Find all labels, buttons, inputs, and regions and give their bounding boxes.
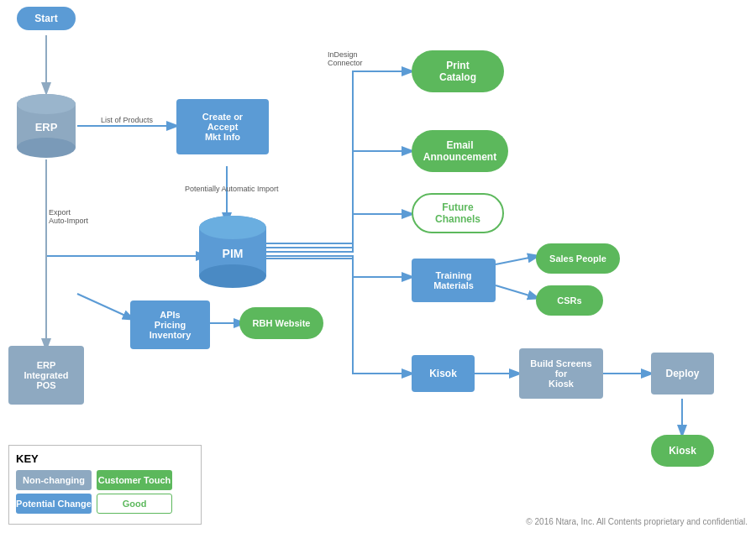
kiosk-end-node: Kiosk (651, 435, 714, 467)
key-potential-change: Potential Change (16, 494, 92, 514)
svg-point-13 (17, 138, 76, 158)
csrs-node: CSRs (536, 285, 603, 316)
key-customer-touch: Customer Touch (97, 470, 172, 490)
print-catalog-label: PrintCatalog (439, 60, 476, 83)
key-title: KEY (16, 452, 194, 465)
deploy-node: Deploy (651, 353, 714, 395)
future-channels-node: FutureChannels (412, 193, 504, 233)
svg-point-18 (199, 264, 266, 288)
erp-node: ERP (13, 92, 80, 159)
kiosk-btn-node: Kisok (412, 355, 475, 392)
create-mkt-node: Create orAcceptMkt Info (176, 99, 269, 154)
potentially-auto-label: Potentially Automatic Import (185, 185, 279, 193)
svg-point-19 (199, 216, 266, 239)
sales-people-node: Sales People (536, 243, 620, 274)
key-section: KEY Non-changing Customer Touch Potentia… (8, 445, 202, 525)
erp-pos-label: ERPIntegratedPOS (24, 360, 68, 390)
export-auto-label: ExportAuto-Import (49, 208, 88, 225)
copyright: © 2016 Ntara, Inc. All Contents propriet… (526, 517, 748, 526)
rbh-website-node: RBH Website (239, 307, 323, 339)
training-label: TrainingMaterials (433, 270, 474, 290)
rbh-label: RBH Website (253, 318, 311, 328)
start-label: Start (34, 13, 57, 24)
svg-line-7 (496, 285, 538, 298)
email-label: EmailAnnouncement (423, 139, 496, 163)
key-good: Good (97, 494, 172, 514)
indesign-connector-label: InDesignConnector (328, 50, 363, 67)
build-screens-node: Build ScreensforKiosk (519, 348, 603, 399)
svg-line-6 (496, 256, 538, 264)
kiosk-end-label: Kiosk (669, 445, 696, 457)
key-row-1: Non-changing Customer Touch (16, 470, 194, 490)
sales-label: Sales People (549, 253, 606, 264)
key-row-2: Potential Change Good (16, 494, 194, 514)
apis-label: APIsPricingInventory (150, 310, 192, 340)
build-screens-label: Build ScreensforKiosk (530, 358, 591, 389)
future-channels-label: FutureChannels (435, 201, 480, 225)
svg-point-14 (17, 94, 76, 114)
csrs-label: CSRs (557, 295, 581, 306)
pim-node: PIM (195, 214, 270, 290)
deploy-label: Deploy (665, 368, 699, 379)
kiosk-btn-label: Kisok (429, 368, 457, 379)
list-of-products-label: List of Products (101, 116, 153, 124)
start-node: Start (17, 7, 76, 30)
erp-integrated-pos-node: ERPIntegratedPOS (8, 346, 84, 405)
create-mkt-label: Create orAcceptMkt Info (202, 112, 243, 142)
key-non-changing: Non-changing (16, 470, 92, 490)
email-announcement-node: EmailAnnouncement (412, 130, 508, 172)
svg-text:ERP: ERP (35, 121, 58, 133)
svg-text:PIM: PIM (223, 247, 244, 260)
print-catalog-node: PrintCatalog (412, 50, 504, 92)
svg-line-3 (77, 294, 133, 319)
apis-pricing-node: APIsPricingInventory (130, 300, 210, 349)
training-materials-node: TrainingMaterials (412, 259, 496, 302)
